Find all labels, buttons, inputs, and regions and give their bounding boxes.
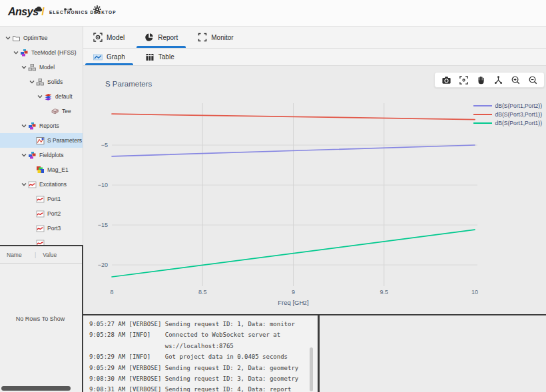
tree-item-teemodel[interactable]: TeeModel (HFSS) xyxy=(0,45,83,60)
excitation-sine-icon xyxy=(36,210,45,218)
zoom-out-icon[interactable] xyxy=(527,74,539,86)
tab-label: Table xyxy=(158,53,174,61)
chart-panel: −5−10−15−2088.599.510Freq [GHz] S Parame… xyxy=(83,66,546,314)
column-header-name[interactable]: Name xyxy=(0,252,35,258)
log-line: 9:08:31 AM [VERBOSE] Sending request ID:… xyxy=(89,384,318,392)
design-blocks-icon xyxy=(20,49,29,57)
legend-label: dB(S(Port3,Port1)) xyxy=(495,111,542,118)
app-header: Ansys / ELECTRONICS DESKTOP Submit Conne… xyxy=(0,0,546,27)
project-tree[interactable]: OptimTee TeeModel (HFSS) Model Solids de… xyxy=(0,27,83,245)
y-tick-label: −10 xyxy=(98,182,108,188)
folder-icon xyxy=(12,34,21,43)
chevron-down-icon[interactable] xyxy=(28,79,36,85)
tree-item-label: Tee xyxy=(62,108,71,114)
tab-graph[interactable]: Graph xyxy=(83,49,135,65)
fieldplot-squares-icon xyxy=(36,166,45,174)
properties-panel: Name | Value No Rows To Show xyxy=(0,245,83,392)
chevron-down-icon[interactable] xyxy=(20,152,28,158)
tree-item-solids[interactable]: Solids xyxy=(0,75,83,89)
table-columns-icon xyxy=(145,53,154,62)
tab-monitor[interactable]: Monitor xyxy=(188,27,243,48)
excitation-sine-icon xyxy=(28,180,37,189)
tree-item-s-parameters[interactable]: S Parameters xyxy=(0,133,83,148)
tree-item-label: Mag_E1 xyxy=(47,166,69,173)
tree-item-optimtee[interactable]: OptimTee xyxy=(0,31,83,45)
tree-item-port1[interactable]: Port1 xyxy=(0,192,83,206)
chevron-down-icon[interactable] xyxy=(4,35,12,41)
tree-item-label: TeeModel (HFSS) xyxy=(31,49,77,56)
tree-item-reports[interactable]: Reports xyxy=(0,118,83,133)
excitation-sine-icon xyxy=(36,224,45,233)
chart-toolbar xyxy=(434,72,545,88)
legend-item[interactable]: dB(S(Port1,Port2)) xyxy=(473,101,542,110)
tree-item-partial[interactable] xyxy=(0,236,83,245)
x-tick-label: 10 xyxy=(471,289,478,295)
tree-item-label: Excitations xyxy=(39,181,67,188)
log-panel[interactable]: 9:05:27 AM [VERBOSE] Sending request ID:… xyxy=(83,314,318,392)
x-tick-label: 9.5 xyxy=(380,289,388,295)
console-area: 9:05:27 AM [VERBOSE] Sending request ID:… xyxy=(83,314,546,392)
tree-item-model[interactable]: Model xyxy=(0,60,83,75)
tree-item-port3[interactable]: Port3 xyxy=(0,221,83,236)
log-line: 9:05:29 AM [VERBOSE] Sending request ID:… xyxy=(89,363,318,373)
chevron-down-icon[interactable] xyxy=(20,122,28,129)
chevron-down-icon[interactable] xyxy=(36,93,44,100)
x-axis-title: Freq [GHz] xyxy=(278,299,308,306)
legend-label: dB(S(Port1,Port1)) xyxy=(495,120,542,126)
chart-title: S Parameters xyxy=(105,80,152,88)
excitation-sine-icon xyxy=(36,239,45,246)
legend-item[interactable]: dB(S(Port3,Port1)) xyxy=(473,110,542,118)
chevron-down-icon[interactable] xyxy=(12,49,20,56)
tree-item-label: Port2 xyxy=(47,210,61,217)
secondary-tab-bar: Graph Table xyxy=(83,49,546,66)
empty-panel xyxy=(320,314,546,392)
log-line: 9:05:27 AM [VERBOSE] Sending request ID:… xyxy=(89,319,318,329)
chevron-down-icon[interactable] xyxy=(20,64,28,71)
model-viewport-icon xyxy=(93,33,103,42)
design-blocks-icon xyxy=(28,122,37,130)
zoom-in-icon[interactable] xyxy=(509,74,521,86)
log-line: ws://localhost:8765 xyxy=(89,341,318,351)
tree-item-mag-e1[interactable]: Mag_E1 xyxy=(0,162,83,177)
x-tick-label: 8.5 xyxy=(198,289,207,295)
autoscale-icon[interactable] xyxy=(457,74,469,86)
x-tick-label: 9 xyxy=(292,289,295,295)
chart-legend: dB(S(Port1,Port2))dB(S(Port3,Port1))dB(S… xyxy=(473,101,542,127)
pan-hand-icon[interactable] xyxy=(475,74,487,86)
monitor-brackets-icon xyxy=(198,33,207,42)
x-tick-label: 8 xyxy=(110,289,113,295)
tree-item-label: Reports xyxy=(39,122,59,129)
tab-label: Monitor xyxy=(211,34,233,41)
vertical-scrollbar[interactable] xyxy=(310,347,313,391)
legend-label: dB(S(Port1,Port2)) xyxy=(495,102,542,109)
solids-icon xyxy=(36,78,45,87)
tree-item-tee[interactable]: Tee xyxy=(0,104,83,118)
properties-header: Name | Value xyxy=(0,246,82,264)
tab-table[interactable]: Table xyxy=(135,49,184,65)
legend-swatch xyxy=(473,122,492,124)
chevron-down-icon[interactable] xyxy=(20,181,28,188)
log-line: 9:08:30 AM [VERBOSE] Sending request ID:… xyxy=(89,373,318,384)
column-header-value[interactable]: Value xyxy=(36,252,57,258)
y-tick-label: −5 xyxy=(101,142,108,148)
horizontal-scrollbar[interactable] xyxy=(1,386,71,391)
graph-icon xyxy=(93,53,103,62)
tree-item-label: Model xyxy=(39,64,55,71)
tree-item-excitations[interactable]: Excitations xyxy=(0,177,83,192)
main-area: Model Report Monitor Graph Table −5−10−1… xyxy=(83,27,546,392)
legend-item[interactable]: dB(S(Port1,Port1)) xyxy=(473,118,542,127)
plot-icon xyxy=(36,136,45,145)
tree-item-default[interactable]: default xyxy=(0,89,83,104)
tab-report[interactable]: Report xyxy=(135,27,188,48)
legend-swatch xyxy=(473,105,492,106)
axes-icon[interactable] xyxy=(492,74,504,86)
tree-item-port2[interactable]: Port2 xyxy=(0,206,83,221)
camera-icon[interactable] xyxy=(440,74,452,86)
tree-item-label: Solids xyxy=(47,79,63,85)
tab-model[interactable]: Model xyxy=(83,27,135,48)
solids-icon xyxy=(28,63,37,72)
log-line: 9:05:28 AM [INFO] Connected to WebSocket… xyxy=(89,329,318,340)
part-icon xyxy=(51,107,59,116)
tree-item-fieldplots[interactable]: Fieldplots xyxy=(0,148,83,162)
excitation-sine-icon xyxy=(36,195,45,204)
